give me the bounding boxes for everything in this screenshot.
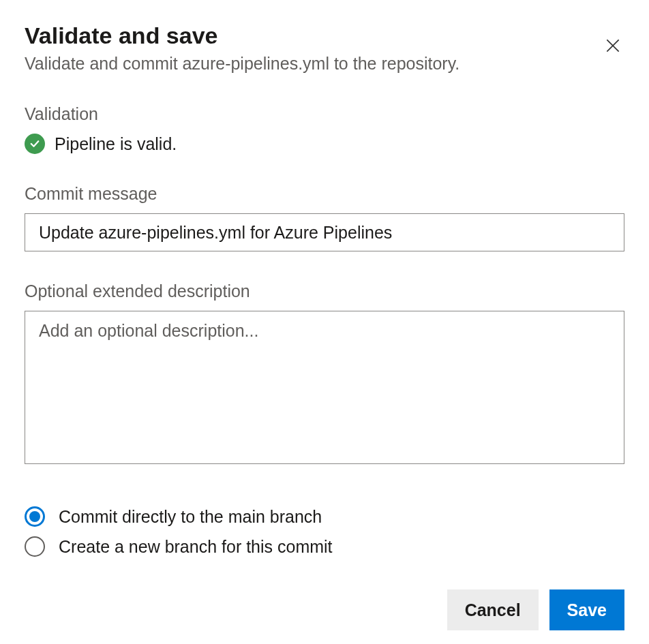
close-button[interactable] [599, 31, 627, 62]
description-label: Optional extended description [25, 281, 624, 301]
radio-unselected-icon [25, 536, 45, 557]
dialog-subtitle: Validate and commit azure-pipelines.yml … [25, 52, 599, 75]
validation-label: Validation [25, 104, 624, 124]
dialog-button-row: Cancel Save [25, 589, 624, 630]
commit-message-input[interactable] [25, 213, 624, 251]
cancel-button[interactable]: Cancel [447, 589, 539, 630]
radio-new-branch-label: Create a new branch for this commit [59, 537, 333, 557]
check-circle-icon [25, 134, 45, 154]
commit-message-label: Commit message [25, 184, 624, 204]
commit-message-section: Commit message [25, 184, 624, 251]
validation-status: Pipeline is valid. [25, 134, 624, 154]
radio-commit-direct-label: Commit directly to the main branch [59, 507, 322, 527]
validation-status-text: Pipeline is valid. [55, 134, 177, 154]
radio-selected-icon [25, 506, 45, 527]
branch-radio-group: Commit directly to the main branch Creat… [25, 506, 624, 557]
close-icon [604, 46, 622, 57]
description-section: Optional extended description [25, 281, 624, 467]
save-button[interactable]: Save [549, 589, 624, 630]
radio-new-branch[interactable]: Create a new branch for this commit [25, 536, 624, 557]
dialog-header: Validate and save Validate and commit az… [25, 22, 624, 74]
dialog-title: Validate and save [25, 22, 599, 50]
radio-commit-direct[interactable]: Commit directly to the main branch [25, 506, 624, 527]
header-text-block: Validate and save Validate and commit az… [25, 22, 599, 74]
description-textarea[interactable] [25, 311, 624, 464]
validation-section: Validation Pipeline is valid. [25, 104, 624, 154]
